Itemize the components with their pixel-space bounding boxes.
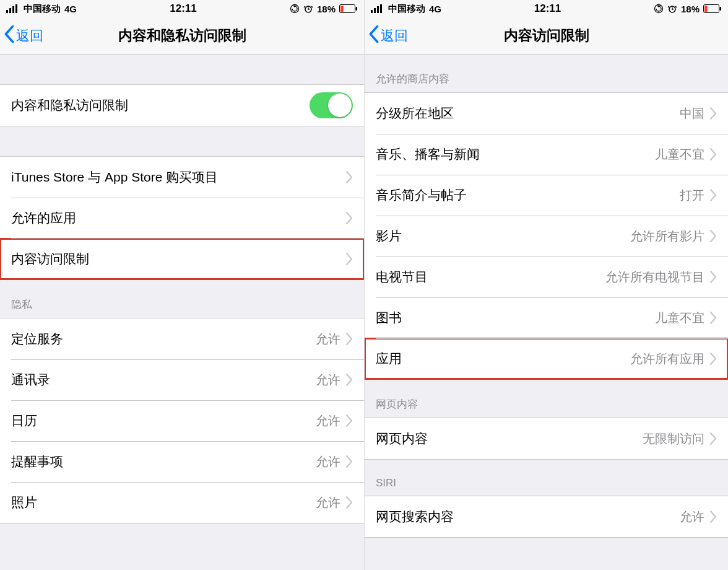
row-value: 允许所有应用 xyxy=(630,351,704,367)
row-label: 电视节目 xyxy=(376,268,605,286)
row-label: 定位服务 xyxy=(11,330,316,348)
row-label: 网页内容 xyxy=(376,430,643,447)
row-item[interactable]: 电视节目允许所有电视节目 xyxy=(365,256,728,297)
chevron-right-icon xyxy=(709,353,717,365)
alarm-icon xyxy=(667,4,677,14)
settings-body[interactable]: 内容和隐私访问限制 iTunes Store 与 App Store 购买项目允… xyxy=(0,55,364,570)
row-label: 音乐、播客与新闻 xyxy=(376,146,655,163)
row-item[interactable]: 网页内容无限制访问 xyxy=(365,418,728,459)
network-label: 4G xyxy=(429,4,441,14)
row-label: 图书 xyxy=(376,309,655,327)
row-item[interactable]: 通讯录允许 xyxy=(0,359,364,400)
back-button[interactable]: 返回 xyxy=(0,25,43,46)
group-web: 网页内容无限制访问 xyxy=(365,418,728,460)
row-item[interactable]: 网页搜索内容允许 xyxy=(365,496,728,537)
mid-spacer xyxy=(0,126,364,156)
alarm-icon xyxy=(303,4,313,14)
status-left: 中国移动 4G xyxy=(371,3,441,15)
row-item[interactable]: 音乐、播客与新闻儿童不宜 xyxy=(365,134,728,175)
row-label: iTunes Store 与 App Store 购买项目 xyxy=(11,169,345,186)
group-toggle: 内容和隐私访问限制 xyxy=(0,84,364,126)
row-item[interactable]: 图书儿童不宜 xyxy=(365,297,728,338)
section-header-privacy: 隐私 xyxy=(0,280,364,318)
row-item[interactable]: 影片允许所有影片 xyxy=(365,216,728,256)
page-title: 内容和隐私访问限制 xyxy=(0,26,364,45)
chevron-right-icon xyxy=(345,212,353,224)
chevron-right-icon xyxy=(709,271,717,283)
row-value: 儿童不宜 xyxy=(655,146,704,163)
chevron-left-icon xyxy=(4,25,15,46)
chevron-right-icon xyxy=(345,171,353,183)
back-button[interactable]: 返回 xyxy=(365,25,408,46)
row-label: 内容和隐私访问限制 xyxy=(11,97,310,114)
settings-body[interactable]: 允许的商店内容 分级所在地区中国音乐、播客与新闻儿童不宜音乐简介与帖子打开影片允… xyxy=(365,55,728,570)
row-item[interactable]: 允许的应用 xyxy=(0,198,364,239)
carrier-label: 中国移动 xyxy=(24,3,61,15)
svg-rect-8 xyxy=(340,6,344,12)
chevron-left-icon xyxy=(368,25,379,46)
group-siri: 网页搜索内容允许 xyxy=(365,496,728,538)
row-value: 允许所有影片 xyxy=(630,228,704,245)
carrier-label: 中国移动 xyxy=(388,3,425,15)
row-item[interactable]: 照片允许 xyxy=(0,482,364,523)
signal-icon xyxy=(6,4,20,13)
row-item[interactable]: 音乐简介与帖子打开 xyxy=(365,175,728,216)
row-label: 允许的应用 xyxy=(11,209,345,227)
row-value: 允许 xyxy=(316,454,340,470)
chevron-right-icon xyxy=(709,189,717,201)
chevron-right-icon xyxy=(345,455,353,468)
signal-icon xyxy=(371,4,384,13)
svg-rect-10 xyxy=(374,8,376,13)
row-value: 打开 xyxy=(680,187,704,204)
phone-left: 中国移动 4G 12:11 18% 返回 内容和隐私访问限制 xyxy=(0,0,364,570)
row-label: 通讯录 xyxy=(11,371,316,388)
row-content-privacy-toggle[interactable]: 内容和隐私访问限制 xyxy=(0,85,364,126)
svg-rect-12 xyxy=(380,4,382,13)
row-value: 儿童不宜 xyxy=(655,310,704,327)
toggle-switch[interactable] xyxy=(310,92,353,118)
orientation-lock-icon xyxy=(654,4,664,14)
section-header-siri: SIRI xyxy=(365,460,728,496)
battery-icon xyxy=(703,4,722,13)
section-header-store: 允许的商店内容 xyxy=(365,55,728,92)
group-privacy: 定位服务允许通讯录允许日历允许提醒事项允许照片允许 xyxy=(0,318,364,524)
chevron-right-icon xyxy=(345,253,353,265)
row-itunes-store-app-store[interactable]: iTunes Store 与 App Store 购买项目 xyxy=(0,157,364,198)
status-left: 中国移动 4G xyxy=(6,3,77,15)
row-value: 允许所有电视节目 xyxy=(605,269,704,286)
row-label: 照片 xyxy=(11,494,316,511)
row-value: 允许 xyxy=(680,509,704,525)
battery-pct-label: 18% xyxy=(681,4,700,14)
group-store: 分级所在地区中国音乐、播客与新闻儿童不宜音乐简介与帖子打开影片允许所有影片电视节… xyxy=(365,92,728,380)
row-item[interactable]: 定位服务允许 xyxy=(0,318,364,359)
chevron-right-icon xyxy=(709,432,717,445)
chevron-right-icon xyxy=(345,414,353,427)
chevron-right-icon xyxy=(709,230,717,242)
battery-pct-label: 18% xyxy=(317,4,336,14)
svg-rect-9 xyxy=(371,10,373,13)
chevron-right-icon xyxy=(345,333,353,345)
row-item[interactable]: 内容访问限制 xyxy=(0,239,364,279)
svg-rect-7 xyxy=(356,7,358,11)
row-label: 分级所在地区 xyxy=(376,105,680,122)
svg-rect-17 xyxy=(704,6,708,12)
row-item[interactable]: 应用允许所有应用 xyxy=(365,338,728,379)
row-item[interactable]: 提醒事项允许 xyxy=(0,441,364,482)
row-label: 网页搜索内容 xyxy=(376,508,680,525)
status-bar: 中国移动 4G 12:11 18% xyxy=(0,0,364,17)
chevron-right-icon xyxy=(709,312,717,324)
row-label: 音乐简介与帖子 xyxy=(376,186,680,204)
svg-rect-11 xyxy=(377,6,379,13)
back-label: 返回 xyxy=(381,27,408,45)
row-label: 应用 xyxy=(376,350,630,367)
row-item[interactable]: 日历允许 xyxy=(0,400,364,441)
battery-icon xyxy=(339,4,358,13)
row-label: 影片 xyxy=(376,227,630,245)
status-right: 18% xyxy=(290,4,358,14)
svg-rect-0 xyxy=(6,10,8,13)
clock-label: 12:11 xyxy=(170,2,196,15)
svg-rect-3 xyxy=(15,4,17,13)
row-value: 允许 xyxy=(316,331,340,348)
svg-rect-1 xyxy=(9,8,11,13)
row-item[interactable]: 分级所在地区中国 xyxy=(365,93,728,134)
